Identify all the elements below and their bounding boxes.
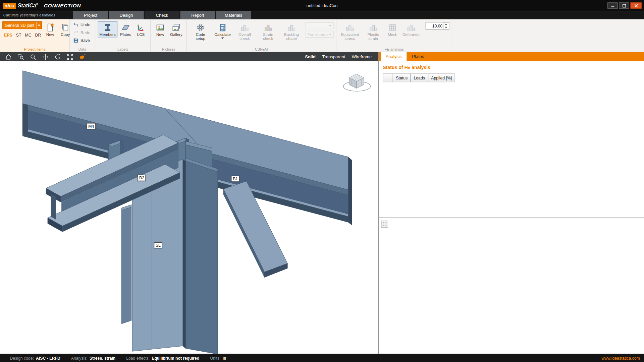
joint-type-dropdown[interactable]: General 3D joint	[2, 21, 42, 29]
tab-analysis[interactable]: Analysis	[381, 52, 407, 61]
status-bar: Design code: AISC - LRFD Analysis: Stres…	[0, 354, 644, 362]
maximize-button[interactable]	[619, 2, 629, 8]
rotate-view-button[interactable]	[54, 53, 61, 60]
chevron-down-icon	[329, 34, 331, 35]
member-label-b1[interactable]: B1	[231, 176, 239, 182]
table-header-row: Status Loads Applied [%]	[383, 74, 455, 82]
zoom-button[interactable]	[30, 53, 37, 60]
plastic-strain-button[interactable]: Plastic strain	[362, 21, 384, 42]
mode-mc-button[interactable]: MC	[24, 33, 32, 38]
member-label-b2[interactable]: B2	[138, 175, 146, 181]
member-label-m4[interactable]: M4	[87, 123, 96, 129]
result-filter-dropdown[interactable]	[306, 22, 333, 29]
mesh-icon	[388, 23, 397, 32]
group-label-project-items: Project items	[0, 47, 69, 51]
gallery-icon	[172, 23, 181, 32]
save-button[interactable]: Save	[72, 37, 91, 44]
save-icon	[73, 38, 78, 43]
minimize-icon	[610, 3, 614, 7]
tab-plates[interactable]: Plates	[407, 52, 429, 61]
gallery-button[interactable]: Gallery	[168, 21, 184, 38]
strain-check-button[interactable]: Strain check	[257, 21, 279, 42]
maximize-icon	[622, 3, 626, 7]
mode-st-button[interactable]: ST	[15, 33, 22, 38]
home-icon	[5, 53, 12, 60]
copy-item-label: Copy	[61, 33, 70, 37]
tab-report[interactable]: Report	[180, 11, 215, 19]
deformed-button[interactable]: Deformed	[401, 21, 421, 38]
redo-label: Redo	[80, 31, 90, 35]
data-buttons: Undo Redo Save	[72, 21, 91, 44]
buckling-shape-button[interactable]: Buckling shape	[280, 21, 303, 42]
plate-icon	[121, 23, 130, 32]
home-view-button[interactable]	[5, 53, 12, 60]
paint-style-button[interactable]	[79, 53, 86, 60]
overall-check-label: Overall check	[235, 33, 254, 41]
mesh-button[interactable]: Mesh	[385, 21, 399, 38]
members-toggle-button[interactable]: Members	[98, 21, 117, 38]
plastic-strain-label: Plastic strain	[364, 33, 383, 41]
website-link[interactable]: www.ideastatica.com	[601, 356, 640, 360]
extreme-filter-dropdown[interactable]: For extreme	[306, 31, 333, 38]
equivalent-stress-button[interactable]: Equivalent stress	[339, 21, 361, 42]
group-label-data: Data	[70, 47, 95, 51]
brand-logo: idea StatiCa® CONNECTION	[0, 2, 81, 9]
display-mode-wireframe[interactable]: Wireframe	[352, 54, 372, 59]
group-label-labels: Labels	[95, 47, 150, 51]
plates-toggle-button[interactable]: Plates	[118, 21, 132, 38]
mode-dr-button[interactable]: DR	[34, 33, 42, 38]
pan-button[interactable]	[42, 53, 49, 60]
equivalent-stress-icon	[345, 23, 354, 32]
tab-materials[interactable]: Materials	[216, 11, 251, 19]
new-document-icon	[46, 23, 55, 32]
deformed-scale-input[interactable]	[426, 22, 443, 29]
image-icon	[156, 23, 165, 32]
rotate-icon	[54, 53, 61, 60]
calculate-button[interactable]: Calculate	[213, 21, 232, 40]
status-label: Load effects:	[126, 356, 150, 360]
header-status: Status	[393, 74, 411, 82]
spin-down-button[interactable]	[444, 26, 449, 29]
mode-eps-button[interactable]: EPS	[3, 33, 13, 38]
code-setup-button[interactable]: Code setup	[190, 21, 212, 42]
status-label: Analysis:	[71, 356, 88, 360]
overall-check-button[interactable]: Overall check	[233, 21, 256, 42]
fit-view-button[interactable]	[66, 53, 73, 60]
navigation-cube[interactable]	[343, 74, 371, 91]
new-picture-label: New	[156, 33, 164, 37]
paint-blob-icon	[79, 53, 86, 60]
strain-check-label: Strain check	[259, 33, 277, 41]
tab-project[interactable]: Project	[73, 11, 108, 19]
close-button[interactable]	[631, 2, 642, 8]
right-panel-tabs: Analysis Plates	[379, 52, 644, 61]
lcs-label: LCS	[137, 33, 145, 37]
status-value: Equilibrium not required	[152, 356, 199, 360]
new-picture-button[interactable]: New	[153, 21, 167, 38]
viewport-toolbar: Solid Transparent Wireframe	[0, 52, 378, 61]
status-design-code: Design code: AISC - LRFD	[10, 356, 60, 360]
undo-button[interactable]: Undo	[72, 21, 91, 28]
3d-viewport[interactable]: M4 B2 B1 SL	[0, 61, 378, 354]
buckling-shape-label: Buckling shape	[282, 33, 301, 41]
magnifier-icon	[30, 53, 37, 60]
analysis-status-section: Status of FE analysis Status Loads Appli…	[379, 61, 644, 218]
member-label-sl[interactable]: SL	[154, 242, 162, 248]
tab-check[interactable]: Check	[145, 11, 179, 19]
display-mode-solid[interactable]: Solid	[305, 54, 315, 59]
strain-check-icon	[264, 23, 273, 32]
new-item-button[interactable]: New	[43, 21, 57, 38]
expand-panel-button[interactable]	[381, 221, 388, 228]
deformed-label: Deformed	[402, 33, 420, 37]
redo-button[interactable]: Redo	[72, 29, 91, 36]
tab-design[interactable]: Design	[109, 11, 144, 19]
window-controls	[607, 2, 644, 8]
ribbon-group-project-items: General 3D joint EPS ST MC DR New Copy P…	[0, 19, 70, 52]
display-mode-transparent[interactable]: Transparent	[322, 54, 345, 59]
zoom-window-button[interactable]	[17, 53, 24, 60]
brand-tagline: Calculate yesterday's estimates	[0, 11, 73, 19]
minimize-button[interactable]	[607, 2, 618, 8]
spin-up-button[interactable]	[444, 22, 449, 26]
lcs-toggle-button[interactable]: LCS	[134, 21, 148, 38]
mesh-label: Mesh	[388, 33, 397, 37]
undo-icon	[73, 22, 78, 27]
